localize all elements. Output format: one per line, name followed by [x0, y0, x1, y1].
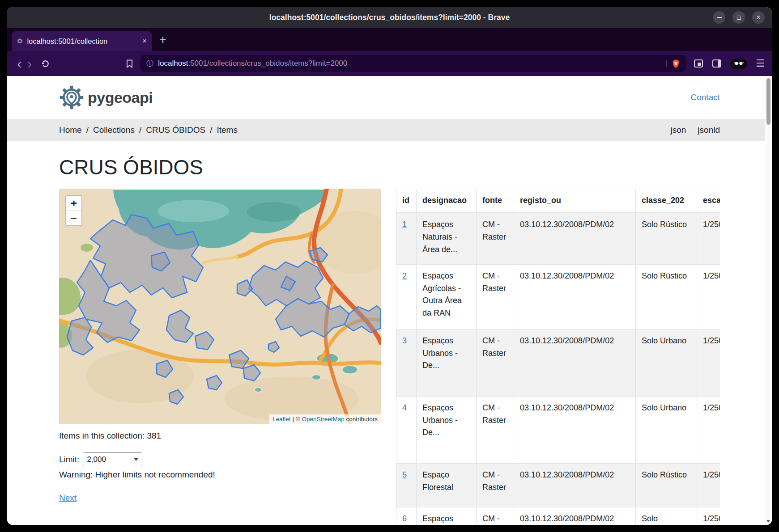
- table-header-row: id designacao fonte registo_ou classe_20…: [396, 189, 720, 213]
- window-controls: ×: [713, 11, 765, 24]
- cell-classe-202: Solo Urbano: [636, 329, 697, 396]
- bookmark-icon: [125, 59, 134, 68]
- map-column: + − Leaflet | © OpenStreetMap contributo…: [59, 189, 381, 503]
- json-format-link[interactable]: json: [670, 125, 686, 135]
- maximize-button[interactable]: [732, 11, 745, 24]
- tab-title: localhost:5001/collection: [27, 37, 138, 46]
- contact-link[interactable]: Contact: [691, 93, 720, 102]
- forward-button[interactable]: ›: [25, 56, 35, 71]
- zoom-in-button[interactable]: +: [66, 196, 81, 211]
- attribution-separator: | ©: [292, 416, 300, 422]
- cell-registo-ou: 03.10.12.30/2008/PDM/02: [514, 396, 636, 463]
- menu-button[interactable]: ☰: [756, 58, 765, 69]
- item-id-link[interactable]: 3: [402, 336, 407, 345]
- pygeoapi-logo[interactable]: pygeoapi: [59, 85, 153, 110]
- cell-escala: 1/250: [697, 463, 720, 507]
- site-info-icon[interactable]: ⓘ: [146, 59, 153, 68]
- cell-escala: 1/250: [697, 507, 720, 525]
- browser-window: localhost:5001/collections/crus_obidos/i…: [7, 7, 772, 525]
- cell-fonte: CM - Raster: [477, 213, 514, 264]
- bookmark-button[interactable]: [125, 59, 134, 68]
- cell-classe-202: Solo Urbano: [636, 396, 697, 463]
- new-tab-button[interactable]: +: [159, 34, 166, 46]
- close-icon: ×: [756, 14, 760, 21]
- next-page-link[interactable]: Next: [59, 493, 77, 503]
- tab-strip: ⚙ localhost:5001/collection × +: [7, 28, 772, 51]
- warning-text: Warning: Higher limits not recommended!: [59, 470, 381, 480]
- cell-escala: 1/250: [697, 396, 720, 463]
- url-bar[interactable]: ⓘ localhost:5001/collections/crus_obidos…: [140, 55, 686, 72]
- attribution-suffix: contributors: [346, 416, 378, 422]
- cell-escala: 1/250: [697, 213, 720, 264]
- breadcrumb-separator: /: [139, 125, 141, 135]
- logo-text: pygeoapi: [88, 89, 153, 106]
- items-count-text: Items in this collection: 381: [59, 431, 381, 441]
- url-path: :5001/collections/crus_obidos/items?limi…: [188, 59, 347, 68]
- column-header-registo-ou: registo_ou: [514, 189, 636, 213]
- leaflet-link[interactable]: Leaflet: [272, 416, 291, 422]
- browser-tab[interactable]: ⚙ localhost:5001/collection ×: [12, 31, 152, 51]
- cell-fonte: CM -: [477, 507, 514, 525]
- dropdown-arrow-icon: [134, 458, 138, 461]
- cell-classe-202: Solo Rústico: [636, 463, 697, 507]
- brave-shield-icon[interactable]: [672, 59, 680, 68]
- table-row: 2 Espaços Agrícolas - Outra Área da RAN …: [396, 264, 720, 329]
- limit-select[interactable]: 2,000: [83, 452, 142, 466]
- cell-classe-202: Solo Rústico: [636, 213, 697, 264]
- map-zoom-control: + −: [65, 195, 82, 226]
- breadcrumb-collections-link[interactable]: Collections: [93, 125, 135, 135]
- breadcrumb: Home / Collections / CRUS ÓBIDOS / Items…: [7, 119, 772, 141]
- gear-pin-icon: [59, 85, 84, 110]
- item-id-link[interactable]: 5: [402, 470, 407, 479]
- toolbar-right-icons: ☰: [694, 58, 765, 69]
- basemap-tiles: [59, 189, 381, 424]
- cell-registo-ou: 03.10.12.30/2008/PDM/02: [514, 264, 636, 329]
- sidebar-toggle-button[interactable]: [712, 59, 722, 68]
- cell-classe-202: Solo: [636, 507, 697, 525]
- window-titlebar: localhost:5001/collections/crus_obidos/i…: [7, 7, 772, 28]
- back-button[interactable]: ‹: [14, 56, 25, 71]
- item-id-link[interactable]: 1: [402, 220, 407, 229]
- breadcrumb-items-link[interactable]: Items: [217, 125, 238, 135]
- table-row: 5 Espaço Florestal CM - Raster 03.10.12.…: [396, 463, 720, 507]
- url-separator: |: [665, 59, 667, 68]
- column-header-fonte: fonte: [477, 189, 514, 213]
- hamburger-menu-icon: ☰: [756, 58, 765, 69]
- breadcrumb-collection-link[interactable]: CRUS ÓBIDOS: [146, 125, 205, 135]
- sunglasses-icon: [730, 59, 747, 69]
- item-id-link[interactable]: 2: [402, 271, 407, 280]
- tab-close-button[interactable]: ×: [142, 37, 147, 46]
- cell-designacao: Espaços Agrícolas - Outra Área da RAN: [417, 264, 477, 329]
- reload-button[interactable]: [41, 59, 50, 68]
- openstreetmap-link[interactable]: OpenStreetMap: [302, 416, 344, 422]
- breadcrumb-home-link[interactable]: Home: [59, 125, 82, 135]
- brave-vpn-button[interactable]: [730, 59, 747, 69]
- breadcrumb-separator: /: [210, 125, 212, 135]
- cell-registo-ou: 03.10.12.30/2008/PDM/02: [514, 329, 636, 396]
- cell-escala: 1/250: [697, 264, 720, 329]
- page-viewport: pygeoapi Contact Home / Collections / CR…: [7, 76, 772, 525]
- cell-designacao: Espaços Naturais - Área de...: [417, 213, 477, 264]
- page-title: CRUS ÓBIDOS: [59, 156, 720, 178]
- zoom-out-button[interactable]: −: [66, 211, 81, 225]
- column-header-designacao: designacao: [417, 189, 477, 213]
- window-title: localhost:5001/collections/crus_obidos/i…: [269, 13, 510, 22]
- page-scrollbar[interactable]: [765, 76, 772, 525]
- close-button[interactable]: ×: [752, 11, 765, 24]
- scroll-down-arrow-icon: [766, 520, 770, 523]
- cell-classe-202: Solo Rústico: [636, 264, 697, 329]
- limit-row: Limit: 2,000: [59, 452, 381, 466]
- breadcrumb-bar: Home / Collections / CRUS ÓBIDOS / Items…: [7, 119, 772, 141]
- cell-registo-ou: 03.10.12.30/2008/PDM/02: [514, 213, 636, 264]
- cell-registo-ou: 03.10.12.30/2008/PDM/02: [514, 507, 636, 525]
- scrollbar-thumb[interactable]: [766, 78, 770, 125]
- jsonld-format-link[interactable]: jsonld: [698, 125, 720, 135]
- minimize-button[interactable]: [713, 11, 725, 24]
- column-header-classe-202: classe_202: [636, 189, 697, 213]
- browser-toolbar: ‹ › ⓘ localhost:5001/collections/crus_ob…: [7, 51, 772, 76]
- item-id-link[interactable]: 4: [402, 403, 407, 412]
- item-id-link[interactable]: 6: [402, 514, 407, 523]
- leaflet-map[interactable]: + − Leaflet | © OpenStreetMap contributo…: [59, 189, 381, 424]
- screenshot-button[interactable]: [694, 59, 703, 68]
- limit-label: Limit:: [59, 455, 79, 464]
